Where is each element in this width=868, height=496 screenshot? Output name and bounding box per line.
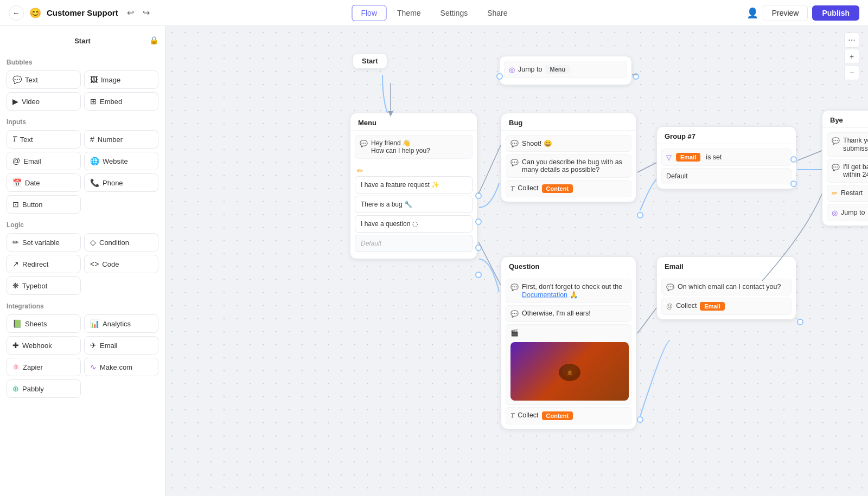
sidebar-item-webhook[interactable]: ✚ Webhook xyxy=(7,336,81,355)
button-icon: ⊡ xyxy=(12,200,19,209)
question-collect-label: Collect xyxy=(518,411,538,419)
bubbles-grid: 💬 Text 🖼 Image ▶ Video ⊞ Embed xyxy=(7,70,158,111)
email-collect-badge: Email xyxy=(700,302,724,311)
phone-icon: 📞 xyxy=(90,178,99,187)
redo-button[interactable]: ↪ xyxy=(139,5,153,20)
bug-text-1: Shoot! 😄 xyxy=(522,139,552,147)
sidebar-item-analytics[interactable]: 📊 Analytics xyxy=(84,314,158,333)
publish-button[interactable]: Publish xyxy=(812,5,859,21)
person-icon[interactable]: 👤 xyxy=(746,7,758,19)
canvas[interactable]: ··· + − ◎ Jump to Menu Start Menu xyxy=(165,26,868,496)
sidebar-item-email[interactable]: @ Email xyxy=(7,152,81,170)
email-collect-icon: @ xyxy=(666,302,673,310)
project-name: Customer Support xyxy=(47,8,118,17)
pabbly-icon: ⊕ xyxy=(12,384,19,393)
menu-option-3[interactable]: I have a question ◌ xyxy=(355,215,473,233)
more-options-button[interactable]: ··· xyxy=(844,33,859,48)
question-text-2: Otherwise, I'm all ears! xyxy=(522,310,591,317)
email-card-header: Email xyxy=(657,257,796,274)
sidebar-item-pabbly[interactable]: ⊕ Pabbly xyxy=(7,379,81,398)
sidebar-item-set-variable[interactable]: ✏ Set variable xyxy=(7,233,81,252)
undo-button[interactable]: ↩ xyxy=(124,5,137,20)
code-icon: <> xyxy=(90,260,99,268)
tab-settings[interactable]: Settings xyxy=(432,5,477,21)
card-email[interactable]: Email 💬 On which email can I contact you… xyxy=(656,256,796,320)
canvas-controls: ··· + − xyxy=(844,33,859,80)
redirect-label: Redirect xyxy=(22,260,48,268)
menu-option-2[interactable]: There is a bug 🔧 xyxy=(355,196,473,213)
connector-menu-default xyxy=(475,272,482,278)
menu-option-default[interactable]: Default xyxy=(355,235,473,252)
preview-button[interactable]: Preview xyxy=(763,5,808,21)
docs-link[interactable]: Documentation xyxy=(522,291,567,299)
bug-collect-label: Collect xyxy=(518,184,538,192)
email-badge-group7: Email xyxy=(676,153,700,162)
card-jump-menu-top[interactable]: ◎ Jump to Menu xyxy=(499,56,632,85)
sidebar-item-code[interactable]: <> Code xyxy=(84,255,158,273)
tab-flow[interactable]: Flow xyxy=(352,5,386,21)
bye-restart-text: Restart xyxy=(841,189,863,197)
bye-body: 💬 Thank you so much for your submission … xyxy=(822,128,868,226)
sidebar-item-text-bubble[interactable]: 💬 Text xyxy=(7,70,81,89)
sidebar-item-video[interactable]: ▶ Video xyxy=(7,92,81,111)
menu-body: 💬 Hey friend 👋 How can I help you? ✏ I h… xyxy=(350,131,477,259)
card-question[interactable]: Question 💬 First, don't forget to check … xyxy=(501,256,636,429)
sidebar-item-sheets[interactable]: 📗 Sheets xyxy=(7,314,81,333)
sidebar-item-date[interactable]: 📅 Date xyxy=(7,173,81,192)
inputs-section-title: Inputs xyxy=(7,118,158,126)
sidebar-item-button[interactable]: ⊡ Button xyxy=(7,195,81,214)
question-item-2: 💬 Otherwise, I'm all ears! xyxy=(506,305,631,322)
tab-share[interactable]: Share xyxy=(478,5,516,21)
analytics-label: Analytics xyxy=(103,320,131,328)
sidebar-item-condition[interactable]: ◇ Condition xyxy=(84,233,158,252)
bug-collect-item: T Collect Content xyxy=(506,180,631,197)
question-text-1: First, don't forget to check out the Doc… xyxy=(522,283,627,299)
menu-text-content: Hey friend 👋 How can I help you? xyxy=(371,139,430,154)
group7-header: Group #7 xyxy=(657,127,796,144)
bug-body: 💬 Shoot! 😄 💬 Can you describe the bug wi… xyxy=(501,131,636,202)
jump-icon-top: ◎ xyxy=(509,66,515,74)
integrations-grid: 📗 Sheets 📊 Analytics ✚ Webhook ✈ Email ⚛… xyxy=(7,314,158,398)
bubble-icon-menu: 💬 xyxy=(360,140,368,147)
bug-collect-icon: T xyxy=(510,185,514,192)
topbar: ← 😊 Customer Support ↩ ↪ Flow Theme Sett… xyxy=(0,0,868,26)
sidebar-item-redirect[interactable]: ↗ Redirect xyxy=(7,255,81,273)
card-bye[interactable]: Bye 💬 Thank you so much for your submiss… xyxy=(822,110,868,226)
group7-default-text: Default xyxy=(666,172,688,180)
card-group7[interactable]: Group #7 ▽ Email is set Default xyxy=(656,126,796,189)
tab-theme[interactable]: Theme xyxy=(388,5,430,21)
sidebar-item-email-int[interactable]: ✈ Email xyxy=(84,336,158,355)
email-label: Email xyxy=(23,157,41,165)
sidebar-item-zapier[interactable]: ⚛ Zapier xyxy=(7,358,81,376)
video-label: Video xyxy=(22,98,40,106)
sidebar-item-phone[interactable]: 📞 Phone xyxy=(84,173,158,192)
sidebar-item-embed[interactable]: ⊞ Embed xyxy=(84,92,158,111)
filter-icon-group7: ▽ xyxy=(666,153,672,162)
typebot-icon: ❋ xyxy=(12,281,19,290)
logic-section-title: Logic xyxy=(7,221,158,229)
option-default-text: Default xyxy=(361,240,381,247)
sidebar-item-website[interactable]: 🌐 Website xyxy=(84,152,158,170)
sidebar-item-text-input[interactable]: T Text xyxy=(7,130,81,149)
gif-icon: 🎬 xyxy=(510,329,519,337)
card-bug[interactable]: Bug 💬 Shoot! 😄 💬 Can you describe the bu… xyxy=(501,113,636,202)
email-int-icon: ✈ xyxy=(90,341,97,350)
svg-text:🤦: 🤦 xyxy=(566,369,573,376)
text-input-label: Text xyxy=(20,136,33,144)
sidebar-item-makecom[interactable]: ∿ Make.com xyxy=(84,358,158,376)
sidebar-item-number[interactable]: # Number xyxy=(84,130,158,149)
sidebar-item-typebot[interactable]: ❋ Typebot xyxy=(7,276,81,295)
zoom-out-button[interactable]: − xyxy=(844,65,859,80)
bye-text-icon-2: 💬 xyxy=(832,164,840,171)
connector-group7-right-1 xyxy=(790,156,797,163)
question-text-icon-1: 💬 xyxy=(510,284,519,291)
menu-option-1[interactable]: I have a feature request ✨ xyxy=(355,176,473,194)
image-label: Image xyxy=(101,76,120,84)
back-button[interactable]: ← xyxy=(9,5,24,21)
connector-bug-right xyxy=(637,212,643,218)
question-body: 💬 First, don't forget to check out the D… xyxy=(501,274,636,429)
sidebar-item-image[interactable]: 🖼 Image xyxy=(84,70,158,89)
card-menu[interactable]: Menu 💬 Hey friend 👋 How can I help you? … xyxy=(350,113,477,259)
zoom-in-button[interactable]: + xyxy=(844,49,859,64)
email-question-item: 💬 On which email can I contact you? xyxy=(661,279,792,295)
